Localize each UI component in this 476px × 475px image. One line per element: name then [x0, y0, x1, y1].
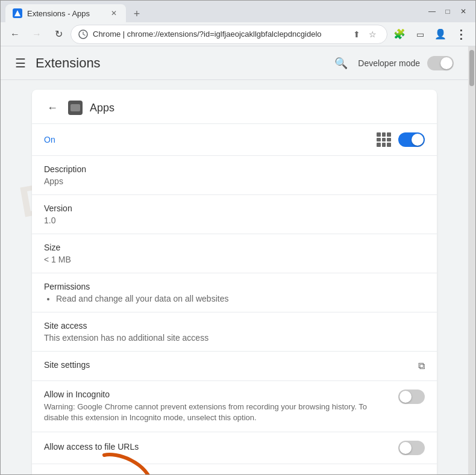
navigation-bar: ← → ↻ Chrome | chrome://extensions/?id=i… [1, 22, 475, 46]
account-icon[interactable]: 👤 [431, 25, 450, 44]
title-bar: Extensions - Apps ✕ + ― □ ✕ [1, 1, 475, 22]
new-tab-button[interactable]: + [128, 5, 145, 22]
tab-title: Extensions - Apps [27, 9, 90, 18]
allow-incognito-toggle[interactable] [398, 390, 425, 404]
allow-incognito-row: Allow in Incognito Warning: Google Chrom… [32, 381, 437, 432]
page-title: Extensions [36, 55, 331, 71]
tab-close-button[interactable]: ✕ [109, 8, 119, 18]
forward-button[interactable]: → [27, 25, 46, 44]
minimize-button[interactable]: ― [425, 4, 439, 19]
address-actions: ⬆ ☆ [349, 27, 380, 42]
back-navigation: ← Apps [32, 90, 437, 124]
allow-incognito-label: Allow in Incognito [44, 390, 389, 399]
version-label: Version [44, 203, 425, 213]
version-value: 1.0 [44, 216, 425, 225]
size-section: Size < 1 MB [32, 234, 437, 273]
search-button[interactable]: 🔍 [331, 54, 351, 73]
address-bar[interactable]: Chrome | chrome://extensions/?id=iglfjae… [70, 25, 387, 44]
main-area: ☰ Extensions 🔍 Developer mode OPC DUMMY [1, 46, 468, 474]
status-row: On [32, 124, 437, 156]
site-settings-label: Site settings [44, 360, 90, 370]
maximize-button[interactable]: □ [440, 4, 455, 19]
external-link-icon: ⧉ [418, 361, 425, 371]
bookmark-icon[interactable]: ☆ [365, 27, 380, 42]
description-label: Description [44, 164, 425, 174]
allow-file-toggle[interactable] [398, 441, 425, 455]
extensions-icon[interactable]: 🧩 [390, 25, 409, 44]
site-access-value: This extension has no additional site ac… [44, 333, 425, 343]
permissions-section: Permissions Read and change all your dat… [32, 273, 437, 312]
menu-icon[interactable]: ⋮ [451, 25, 471, 44]
description-value: Apps [44, 176, 425, 186]
source-section: Source Not from Chrome Web Store. [32, 464, 437, 474]
status-label: On [44, 135, 55, 144]
back-button[interactable]: ← [5, 25, 25, 44]
media-router-icon[interactable]: ▭ [410, 25, 430, 44]
size-value: < 1 MB [44, 255, 425, 264]
allow-file-label: Allow access to file URLs [44, 442, 139, 452]
extension-name: Apps [90, 102, 114, 114]
scrollbar-track[interactable] [468, 46, 475, 474]
site-access-label: Site access [44, 321, 425, 331]
share-icon[interactable]: ⬆ [349, 27, 364, 42]
window-controls: ― □ ✕ [425, 4, 471, 19]
address-text: Chrome | chrome://extensions/?id=iglfjae… [93, 29, 345, 39]
close-button[interactable]: ✕ [456, 4, 471, 19]
version-section: Version 1.0 [32, 195, 437, 234]
allow-incognito-text: Allow in Incognito Warning: Google Chrom… [44, 390, 389, 423]
back-to-extensions-button[interactable]: ← [44, 99, 61, 116]
hamburger-icon[interactable]: ☰ [15, 56, 26, 70]
header-actions: 🔍 Developer mode [331, 54, 454, 73]
extensions-header: ☰ Extensions 🔍 Developer mode [1, 46, 468, 80]
toolbar-icons: 🧩 ▭ 👤 ⋮ [390, 25, 471, 44]
permissions-label: Permissions [44, 282, 425, 291]
content-area[interactable]: OPC DUMMY ← Apps [1, 80, 468, 474]
developer-mode-toggle[interactable] [427, 56, 454, 70]
extension-icon [68, 101, 83, 115]
status-actions [377, 132, 425, 147]
security-icon [78, 29, 88, 39]
active-tab[interactable]: Extensions - Apps ✕ [5, 4, 126, 22]
tab-favicon [13, 8, 22, 18]
developer-mode-label: Developer mode [358, 58, 420, 68]
reload-button[interactable]: ↻ [49, 25, 68, 44]
scrollbar-thumb[interactable] [469, 50, 474, 86]
tab-bar: Extensions - Apps ✕ + [5, 1, 422, 22]
site-access-section: Site access This extension has no additi… [32, 312, 437, 352]
permissions-value: Read and change all your data on all web… [44, 294, 425, 303]
page-content: ☰ Extensions 🔍 Developer mode OPC DUMMY [1, 46, 475, 474]
description-section: Description Apps [32, 156, 437, 195]
site-settings-row[interactable]: Site settings ⧉ [32, 352, 437, 381]
permission-item: Read and change all your data on all web… [56, 294, 425, 303]
extension-enabled-toggle[interactable] [398, 132, 425, 147]
allow-file-row: Allow access to file URLs [32, 432, 437, 464]
content-inner: ← Apps On [17, 90, 451, 474]
source-label: Source [44, 473, 425, 474]
allow-incognito-desc: Warning: Google Chrome cannot prevent ex… [44, 402, 389, 423]
extension-detail-card: ← Apps On [32, 90, 437, 474]
grid-view-icon[interactable] [377, 132, 391, 147]
size-label: Size [44, 243, 425, 252]
